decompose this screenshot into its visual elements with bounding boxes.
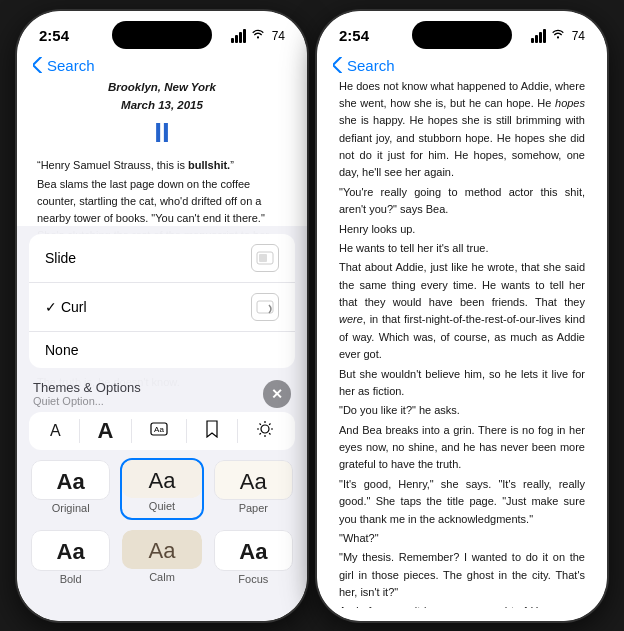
theme-card-calm[interactable]: Aa Calm <box>120 528 203 590</box>
theme-quiet-aa: Aa <box>128 468 195 494</box>
theme-focus-inner: Aa <box>214 530 293 570</box>
toolbar-divider-4 <box>237 419 238 443</box>
toolbar-divider-3 <box>186 419 187 443</box>
theme-card-quiet[interactable]: Aa Quiet <box>120 458 203 520</box>
reading-para-1: He does not know what happened to Addie,… <box>339 78 585 182</box>
status-icons-right: 74 <box>531 29 585 43</box>
reading-para-6: But she wouldn't believe him, so he lets… <box>339 366 585 401</box>
toolbar-divider-1 <box>79 419 80 443</box>
status-bar-right: 2:54 74 <box>317 11 607 55</box>
wifi-icon <box>251 29 267 43</box>
slide-option-slide[interactable]: Slide <box>29 234 295 283</box>
status-time-left: 2:54 <box>39 27 69 44</box>
theme-quiet-inner: Aa <box>122 460 201 498</box>
theme-card-original[interactable]: Aa Original <box>29 458 112 520</box>
battery-text-left: 74 <box>272 29 285 43</box>
theme-original-aa: Aa <box>38 469 103 495</box>
theme-quiet-label: Quiet <box>122 500 201 512</box>
svg-rect-1 <box>259 254 267 262</box>
chapter-number: II <box>37 118 287 149</box>
nav-bar-right[interactable]: Search <box>317 55 607 78</box>
font-toolbar: A A Aa <box>29 412 295 450</box>
curl-label: ✓ Curl <box>45 299 87 315</box>
close-button[interactable]: ✕ <box>263 380 291 408</box>
theme-original-label: Original <box>31 502 110 514</box>
slide-icon <box>251 244 279 272</box>
slide-option-curl[interactable]: ✓ Curl <box>29 283 295 332</box>
reading-para-9: "It's good, Henry," she says. "It's real… <box>339 476 585 528</box>
bottom-panel: Slide ✓ Curl <box>17 226 307 621</box>
book-location: Brooklyn, New YorkMarch 13, 2015 <box>37 78 287 115</box>
svg-line-12 <box>269 423 270 424</box>
curl-icon <box>251 293 279 321</box>
svg-line-10 <box>260 423 261 424</box>
theme-bold-aa: Aa <box>38 539 103 565</box>
svg-point-5 <box>261 425 269 433</box>
right-phone-screen: 2:54 74 Sea <box>317 11 607 621</box>
themes-title: Themes & Options <box>33 380 141 395</box>
bookmark-icon[interactable] <box>205 420 219 442</box>
theme-calm-inner: Aa <box>122 530 201 568</box>
theme-card-paper[interactable]: Aa Paper <box>212 458 295 520</box>
signal-icon-right <box>531 29 546 43</box>
brightness-icon[interactable] <box>256 420 274 442</box>
back-button-left[interactable]: Search <box>33 57 95 74</box>
wifi-icon-right <box>551 29 567 43</box>
left-phone-screen: 2:54 74 Sea <box>17 11 307 621</box>
slide-options-panel: Slide ✓ Curl <box>29 234 295 368</box>
slide-option-right <box>251 244 279 272</box>
theme-calm-aa: Aa <box>128 538 195 564</box>
nav-bar-left[interactable]: Search <box>17 55 307 78</box>
theme-card-bold[interactable]: Aa Bold <box>29 528 112 590</box>
svg-line-11 <box>269 433 270 434</box>
theme-focus-aa: Aa <box>221 539 286 565</box>
right-phone: 2:54 74 Sea <box>317 11 607 621</box>
curl-option-right <box>251 293 279 321</box>
themes-header: Themes & Options Quiet Option... ✕ <box>17 376 307 412</box>
theme-original-inner: Aa <box>31 460 110 500</box>
back-label-left: Search <box>47 57 95 74</box>
status-time-right: 2:54 <box>339 27 369 44</box>
back-label-right: Search <box>347 57 395 74</box>
toolbar-divider-2 <box>131 419 132 443</box>
theme-bold-inner: Aa <box>31 530 110 570</box>
reading-para-12: And of course, it is. ought of Henry run… <box>339 603 585 607</box>
reading-para-10: "What?" <box>339 530 585 547</box>
themes-subtitle: Quiet Option... <box>33 395 141 407</box>
font-style-icon[interactable]: Aa <box>150 420 168 442</box>
signal-icon <box>231 29 246 43</box>
reading-para-5: That about Addie, just like he wrote, th… <box>339 259 585 363</box>
theme-paper-inner: Aa <box>214 460 293 500</box>
reading-para-8: And Bea breaks into a grin. There is no … <box>339 422 585 474</box>
book-paragraph: “Henry Samuel Strauss, this is bullshit.… <box>37 157 287 174</box>
theme-bold-label: Bold <box>31 573 110 585</box>
left-phone: 2:54 74 Sea <box>17 11 307 621</box>
themes-grid: Aa Original Aa Quiet Aa Pap <box>17 458 307 591</box>
reading-para-3: Henry looks up. <box>339 221 585 238</box>
reading-content: He does not know what happened to Addie,… <box>317 78 607 608</box>
theme-focus-label: Focus <box>214 573 293 585</box>
back-button-right[interactable]: Search <box>333 57 395 74</box>
reading-para-4: He wants to tell her it's all true. <box>339 240 585 257</box>
svg-text:Aa: Aa <box>154 425 164 434</box>
status-icons-left: 74 <box>231 29 285 43</box>
reading-para-7: "Do you like it?" he asks. <box>339 402 585 419</box>
svg-line-13 <box>260 433 261 434</box>
battery-text-right: 74 <box>572 29 585 43</box>
reading-para-2: "You're really going to method actor thi… <box>339 184 585 219</box>
theme-paper-aa: Aa <box>221 469 286 495</box>
none-label: None <box>45 342 78 358</box>
large-font-button[interactable]: A <box>98 418 114 444</box>
theme-card-focus[interactable]: Aa Focus <box>212 528 295 590</box>
slide-label: Slide <box>45 250 76 266</box>
reading-para-11: "My thesis. Remember? I wanted to do it … <box>339 549 585 601</box>
slide-option-none[interactable]: None <box>29 332 295 368</box>
status-bar-left: 2:54 74 <box>17 11 307 55</box>
small-font-button[interactable]: A <box>50 422 61 440</box>
theme-calm-label: Calm <box>122 571 201 583</box>
theme-paper-label: Paper <box>214 502 293 514</box>
